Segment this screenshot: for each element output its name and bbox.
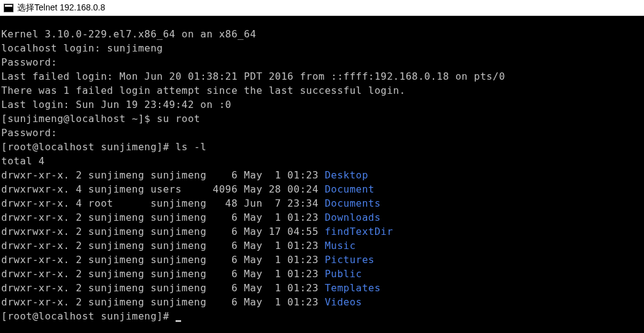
directory-name: Videos (325, 296, 362, 308)
terminal-area[interactable]: Kernel 3.10.0-229.el7.x86_64 on an x86_6… (0, 16, 644, 333)
directory-name: Public (325, 268, 362, 280)
directory-name: Desktop (325, 169, 368, 181)
terminal-icon (4, 4, 14, 12)
directory-name: Downloads (325, 212, 381, 223)
directory-name: Templates (325, 282, 381, 294)
directory-name: findTextDir (325, 226, 393, 237)
window-title: 选择Telnet 192.168.0.8 (17, 2, 105, 13)
cursor (176, 320, 181, 322)
directory-name: Music (325, 240, 356, 251)
window-titlebar[interactable]: 选择Telnet 192.168.0.8 (0, 0, 644, 16)
directory-name: Documents (325, 197, 381, 209)
directory-name: Pictures (325, 254, 374, 266)
directory-name: Document (325, 183, 374, 195)
